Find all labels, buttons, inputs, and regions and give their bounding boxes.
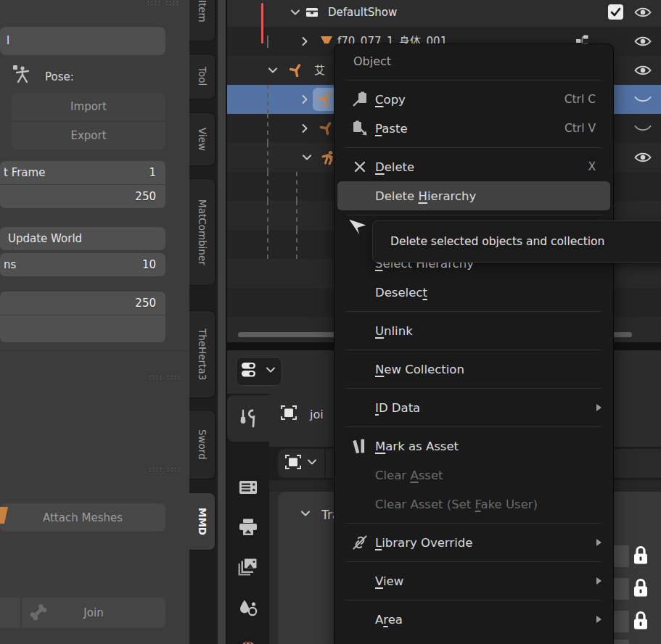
frames-value: 250 (135, 297, 156, 310)
outliner-row-DefaultShow[interactable]: DefaultShow (227, 0, 661, 27)
iterations-value: 10 (142, 258, 156, 271)
sidebar-tab-tool[interactable]: Tool (189, 54, 215, 99)
menu-item-new-collection[interactable]: New Collection (337, 355, 610, 384)
menu-item-view[interactable]: View (337, 566, 610, 595)
menu-item-deselect[interactable]: Deselect (337, 278, 610, 307)
sidebar-tab-theherta3[interactable]: TheHerta3 (189, 310, 215, 398)
hierarchy-guide (267, 36, 268, 48)
chevron-down-icon (298, 506, 313, 524)
submenu-arrow-icon (596, 616, 602, 623)
menu-item-label: Copy (375, 93, 564, 107)
menu-item-mark-as-asset[interactable]: Mark as Asset (337, 432, 610, 461)
section-divider (0, 350, 189, 351)
menu-item-clear-asset-set-fake-user: Clear Asset (Set Fake User) (337, 490, 610, 519)
sidebar-tab-item[interactable]: Item (189, 0, 215, 41)
menu-separator (346, 350, 602, 350)
menu-item-delete[interactable]: DeleteX (337, 152, 610, 181)
menu-item-id-data[interactable]: ID Data (337, 393, 610, 422)
menu-item-label: Deselect (375, 286, 602, 300)
end-frame-field[interactable]: 250 (0, 185, 165, 208)
menu-item-label: Area (375, 613, 592, 627)
eye-open-icon[interactable] (633, 63, 652, 80)
frames-field[interactable]: 250 (0, 292, 165, 315)
iterations-label: ns (4, 258, 142, 271)
panel-grip-icon[interactable]: :::: :::: (149, 468, 181, 471)
hierarchy-guide (296, 201, 297, 230)
paste-icon (345, 120, 375, 137)
properties-tab-world[interactable] (227, 631, 269, 644)
chevron-down-icon[interactable] (300, 150, 314, 168)
start-frame-field[interactable]: t Frame 1 (0, 161, 165, 184)
value-slider[interactable] (613, 611, 629, 632)
join-left-segment[interactable] (0, 598, 20, 628)
empty-axes-dim-icon (319, 120, 334, 139)
submenu-arrow-icon (596, 539, 602, 546)
collection-checkbox[interactable] (608, 4, 623, 20)
hierarchy-guide (267, 85, 268, 114)
attach-meshes-button[interactable]: Attach Meshes (0, 503, 165, 532)
properties-tab-scene[interactable] (227, 590, 269, 627)
menu-item-label: Paste (375, 122, 564, 136)
eye-open-icon[interactable] (633, 150, 652, 168)
menu-item-label: New Collection (375, 363, 602, 376)
eye-closed-icon[interactable] (633, 121, 652, 139)
value-slider[interactable] (613, 640, 629, 644)
chevron-down-icon[interactable] (266, 63, 280, 80)
menu-item-copy[interactable]: CopyCtrl C (337, 85, 610, 114)
iterations-field[interactable]: ns 10 (0, 253, 165, 276)
chevron-right-icon[interactable] (297, 92, 312, 110)
end-frame-value: 250 (135, 190, 156, 203)
panel-grip-icon[interactable]: :::: :::: (149, 376, 181, 379)
sidebar-tab-mmd[interactable]: MMD (189, 492, 215, 550)
properties-tab-render[interactable] (227, 469, 269, 505)
menu-item-delete-hierarchy[interactable]: Delete Hierarchy (337, 181, 610, 210)
menu-separator (346, 426, 602, 427)
viewport-sidebar-panel: :::: :::: l Pose: Import Export t Frame … (0, 0, 189, 644)
chevron-right-icon[interactable] (297, 34, 312, 51)
join-button[interactable]: Join (22, 598, 165, 628)
viewport-sliver (218, 0, 226, 644)
menu-item-label: Library Override (375, 536, 592, 550)
name-field[interactable]: l (0, 27, 165, 55)
lock-icon[interactable] (631, 610, 650, 635)
submenu-arrow-icon (596, 577, 602, 585)
context-menu-title: Object (337, 48, 610, 75)
object-selector-dropdown[interactable] (278, 449, 324, 478)
eye-open-icon[interactable] (633, 5, 652, 22)
eye-open-icon[interactable] (633, 34, 652, 51)
editor-type-dropdown[interactable] (236, 357, 282, 386)
hierarchy-guide (267, 143, 268, 172)
properties-tab-view-layer[interactable] (227, 550, 269, 586)
properties-tab-tool[interactable] (227, 395, 269, 442)
start-frame-label: t Frame (4, 166, 149, 179)
menu-item-paste[interactable]: PasteCtrl V (337, 114, 610, 143)
menu-item-label: Delete (375, 160, 588, 174)
mouse-cursor-icon (346, 217, 371, 244)
object-icon (284, 453, 303, 474)
sidebar-tab-view[interactable]: View (189, 112, 215, 166)
chevron-down-icon[interactable] (288, 5, 303, 22)
properties-tab-output[interactable] (227, 509, 269, 545)
pose-label: Pose: (45, 70, 74, 83)
value-slider[interactable] (613, 578, 629, 600)
menu-item-area[interactable]: Area (337, 605, 610, 634)
hierarchy-guide (267, 172, 268, 201)
tooltip: Delete selected objects and collection (372, 220, 661, 263)
menu-shortcut: Ctrl C (564, 93, 596, 106)
panel-grip-icon[interactable]: :::: :::: (147, 1, 180, 5)
extra-field[interactable] (0, 315, 165, 342)
menu-item-unlink[interactable]: Unlink (337, 316, 610, 345)
library-override-icon (345, 534, 375, 551)
import-button[interactable]: Import (12, 93, 165, 120)
lock-icon[interactable] (631, 577, 650, 602)
value-slider[interactable] (613, 545, 629, 567)
update-world-button[interactable]: Update World (0, 227, 165, 250)
menu-item-label: Delete Hierarchy (375, 189, 602, 203)
sidebar-tab-matcombiner[interactable]: MatCombiner (189, 178, 215, 286)
sidebar-tab-sword[interactable]: Sword (189, 410, 215, 479)
lock-icon[interactable] (631, 545, 650, 569)
chevron-right-icon[interactable] (297, 121, 312, 139)
menu-item-library-override[interactable]: Library Override (337, 528, 610, 557)
eye-closed-icon[interactable] (633, 92, 652, 110)
export-button[interactable]: Export (12, 122, 165, 149)
